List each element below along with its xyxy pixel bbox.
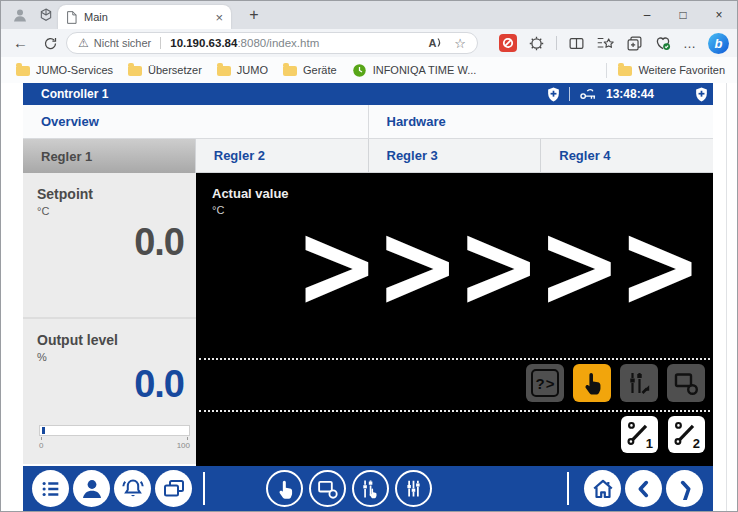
bottom-toolbar: [23, 466, 713, 511]
bookmark-folder[interactable]: JUMO-Services: [16, 64, 113, 76]
help-mode-icon[interactable]: ?>: [526, 364, 564, 402]
settings-menu-icon[interactable]: …: [683, 36, 697, 51]
browser-tab[interactable]: Main ×: [58, 5, 231, 29]
tab-title: Main: [84, 11, 108, 23]
previous-page-button[interactable]: [625, 470, 662, 507]
setpoint-unit: °C: [37, 205, 184, 217]
browser-essentials-icon[interactable]: [654, 34, 672, 52]
divider: [203, 472, 205, 505]
divider: [199, 358, 710, 360]
url-host: 10.190.63.84: [170, 37, 237, 49]
tab-overview[interactable]: Overview: [23, 105, 369, 138]
read-aloud-icon[interactable]: A: [428, 37, 442, 49]
favorite-star-icon[interactable]: ☆: [454, 36, 466, 51]
security-label[interactable]: Nicht sicher: [94, 37, 151, 49]
divider: [567, 472, 569, 505]
binary-output-2-icon[interactable]: 2: [668, 416, 705, 453]
manual-operation-button[interactable]: [266, 470, 303, 507]
tab-close-icon[interactable]: ×: [215, 11, 223, 24]
bookmarks-bar: JUMO-Services Übersetzer JUMO Geräte INF…: [1, 57, 737, 83]
collections-icon[interactable]: [626, 35, 643, 52]
tab-regler-3[interactable]: Regler 3: [369, 139, 542, 173]
menu-list-button[interactable]: [32, 470, 69, 507]
display-switch-button[interactable]: [309, 470, 346, 507]
alarm-bell-button[interactable]: [114, 470, 151, 507]
bookmark-link[interactable]: INFONIQA TIME W...: [352, 63, 477, 78]
adblock-extension-icon[interactable]: [499, 34, 517, 52]
address-input[interactable]: ⚠ Nicht sicher 10.190.63.84:8080/index.h…: [66, 32, 478, 54]
tab-regler-4[interactable]: Regler 4: [541, 139, 713, 173]
scrollbar[interactable]: [726, 83, 727, 511]
browser-titlebar: Main × + – □ ×: [1, 1, 737, 29]
sliders-button[interactable]: [395, 470, 432, 507]
page-viewport: Controller 1 13:48:44 Over: [1, 83, 737, 511]
profile-icon[interactable]: [11, 6, 29, 24]
app-header: Controller 1 13:48:44: [23, 83, 713, 105]
controller-content: Setpoint °C 0.0 Output level % 0.0 0 100: [23, 173, 713, 466]
shield-plus-icon[interactable]: [547, 87, 560, 102]
bookmark-folder[interactable]: Übersetzer: [128, 64, 202, 76]
close-button[interactable]: ×: [701, 1, 737, 29]
cookie-extension-icon[interactable]: [528, 35, 545, 52]
extension-icons: … b: [499, 29, 729, 57]
refresh-icon[interactable]: [43, 36, 58, 51]
folder-icon: [283, 66, 297, 76]
next-page-button[interactable]: [666, 470, 703, 507]
output-level-label: Output level: [37, 332, 184, 348]
tab-regler-1[interactable]: Regler 1: [23, 139, 196, 173]
divider: [556, 36, 557, 50]
divider: [569, 87, 570, 101]
maximize-button[interactable]: □: [665, 1, 701, 29]
actual-value-unit: °C: [212, 204, 224, 216]
window-controls: – □ ×: [629, 1, 737, 29]
folder-icon: [128, 66, 142, 76]
jumo-app: Controller 1 13:48:44 Over: [23, 83, 713, 511]
split-screen-icon[interactable]: [568, 35, 585, 52]
parameter-edit-button[interactable]: [352, 470, 389, 507]
shield-plus-icon[interactable]: [695, 87, 708, 102]
browser-window: Main × + – □ × ← ⚠ Nicht sicher 10.190.6…: [0, 0, 738, 512]
screens-button[interactable]: [155, 470, 192, 507]
tab-regler-2[interactable]: Regler 2: [196, 139, 369, 173]
workspaces-icon[interactable]: [37, 6, 55, 24]
page-icon: [66, 11, 77, 24]
bookmark-folder[interactable]: Geräte: [283, 64, 337, 76]
folder-icon: [217, 66, 231, 76]
manual-mode-icon[interactable]: [573, 364, 611, 402]
binary-output-1-icon[interactable]: 1: [621, 416, 658, 453]
setpoint-value: 0.0: [134, 221, 184, 264]
other-favorites[interactable]: Weitere Favoriten: [606, 63, 737, 78]
warning-icon: ⚠: [78, 37, 89, 49]
folder-icon: [16, 66, 30, 76]
controller-mode-icons: ?>: [526, 364, 705, 402]
divider: [199, 410, 710, 412]
actual-value-display: >>>>>: [295, 207, 699, 325]
new-tab-button[interactable]: +: [243, 4, 265, 26]
bookmark-folder[interactable]: JUMO: [217, 64, 268, 76]
gauge-track: [39, 425, 190, 436]
actual-value-panel: Actual value °C >>>>> ?>: [196, 173, 713, 466]
home-button[interactable]: [584, 470, 621, 507]
output-level-gauge: 0 100: [39, 425, 190, 450]
user-button[interactable]: [73, 470, 110, 507]
setpoint-card: Setpoint °C 0.0: [23, 173, 196, 319]
tab-hardware[interactable]: Hardware: [369, 105, 714, 138]
parameter-edit-icon[interactable]: [620, 364, 658, 402]
login-key-icon[interactable]: [579, 87, 597, 101]
display-switch-icon[interactable]: [667, 364, 705, 402]
copilot-icon[interactable]: b: [708, 33, 729, 54]
binary-output-indicators: 1 2: [621, 416, 705, 453]
output-level-card: Output level % 0.0 0 100: [23, 319, 196, 464]
browser-addressbar: ← ⚠ Nicht sicher 10.190.63.84:8080/index…: [1, 29, 737, 58]
actual-value-label: Actual value: [212, 186, 289, 201]
setpoint-label: Setpoint: [37, 186, 184, 202]
divider: [160, 37, 161, 49]
favorites-bar-icon[interactable]: [596, 35, 615, 52]
clock-icon: [352, 63, 367, 78]
minimize-button[interactable]: –: [629, 1, 665, 29]
gauge-max: 100: [177, 441, 190, 450]
back-icon[interactable]: ←: [13, 34, 28, 51]
gauge-marker: [42, 427, 45, 434]
output-level-unit: %: [37, 351, 184, 363]
url-path: :8080/index.htm: [237, 37, 319, 49]
